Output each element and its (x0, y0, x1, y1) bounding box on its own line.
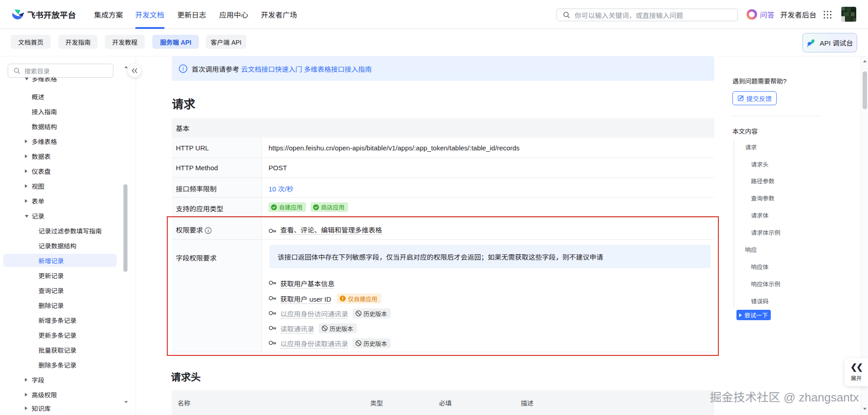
svg-text:i: i (182, 65, 184, 72)
